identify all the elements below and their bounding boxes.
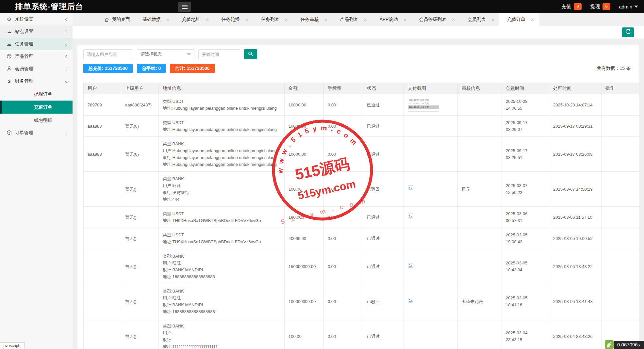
admin-user-menu[interactable]: admin [619,4,638,9]
tab-close-icon[interactable]: ✕ [452,17,455,22]
sidebar-item-1[interactable]: ☁站点设置 [0,25,73,38]
cell-created-time: 2025-03-06 00:57:31 [502,207,549,228]
tab-1[interactable]: 基础数据✕ [135,13,174,26]
cell-amount: 100000000.00 [285,284,324,319]
cell-created-time: 2025-03-05 18:41:16 [502,284,549,319]
column-header-5: 状态 [363,83,404,94]
cell-status: 已驳回 [363,172,404,207]
tab-close-icon[interactable]: ✕ [206,17,209,22]
tab-10[interactable]: 充值订单✕ [499,13,539,26]
cell-parent-user: 暂无() [121,319,159,349]
sidebar-item-0[interactable]: ⚙系统设置 [0,13,73,25]
cell-address-info: 类型:USDT地址:Hubungi layanan pelanggan onli… [159,116,285,137]
cell-fee: 0.00 [324,228,363,249]
cell-created-time: 2025-03-07 12:50:22 [502,172,549,207]
broken-image-icon[interactable] [408,264,414,269]
tab-label: 会员等级列表 [419,17,446,23]
broken-image-icon[interactable] [408,187,414,192]
withdraw-notice[interactable]: 提现 0 [590,3,610,10]
stat-button-2[interactable]: 合计: 151720500 [170,64,215,73]
tab-close-icon[interactable]: ✕ [324,17,328,22]
cell-actions [602,284,639,319]
sidebar-item-3[interactable]: 产品管理 [0,50,73,63]
cell-user [84,228,121,249]
cell-address-info: 类型:BANK用户:银行:地址:1111111111111111111111 [159,319,285,349]
stat-button-0[interactable]: 总充值: 151720500 [83,64,133,73]
cell-status: 已通过 [363,228,404,249]
tab-close-icon[interactable]: ✕ [166,17,170,22]
tab-8[interactable]: 会员等级列表✕ [411,13,460,26]
sidebar-item-6[interactable]: 订单管理 [0,127,73,139]
withdraw-count-badge: 0 [603,3,610,10]
cell-user [84,172,121,207]
cell-parent-user: 暂无() [121,207,159,228]
cell-processed-time: 2025-03-04 23:43:26 [549,319,602,349]
cube-icon [6,54,12,59]
start-time-input[interactable] [198,49,240,59]
search-button[interactable] [244,49,257,59]
cell-processed-time: 2025-10-28 14:07:14 [549,94,602,116]
cell-amount: 150000000.00 [285,249,324,284]
cell-payment-screenshot [404,172,458,207]
table-row: 暂无()类型:USDT地址:TH9XHusaSa1GWBTSphBDodiLFD… [84,207,639,228]
tab-close-icon[interactable]: ✕ [531,17,534,22]
broken-image-icon[interactable] [408,299,414,304]
hamburger-menu-icon[interactable] [178,2,191,12]
tab-close-icon[interactable]: ✕ [403,17,406,22]
tab-0[interactable]: 我的桌面 [96,13,135,26]
cell-actions [602,116,639,137]
admin-username: admin [619,4,632,9]
tab-bar: 我的桌面基础数据✕充值地址✕任务轮播✕任务列表✕任务审核✕产品列表✕APP滚动✕… [73,13,644,26]
recharge-notice[interactable]: 充值 0 [561,3,582,10]
dollar-icon: $ [6,78,12,84]
total-count-label: 共有数据：15 条 [597,66,633,71]
home-icon [104,17,109,22]
sidebar-item-5[interactable]: $财务管理 [0,75,73,87]
cell-parent-user: 暂无() [121,284,159,319]
sidebar-subitem-5-2[interactable]: 钱包明细 [0,114,73,127]
tab-2[interactable]: 充值地址✕ [174,13,214,26]
cell-status: 已通过 [363,249,404,284]
cell-processed-time: 2025-09-17 08:26:08 [549,137,602,172]
sidebar-item-4[interactable]: 会员管理 [0,63,73,75]
table-row: aaa888暂无(0)类型:USDT地址:Hubungi layanan pel… [84,116,639,137]
sidebar-item-2[interactable]: ☁任务管理 [0,38,73,50]
table-row: 789789aaa888(2437)类型:USDT地址:Hubungi laya… [84,94,639,116]
tab-close-icon[interactable]: ✕ [285,17,288,22]
top-bar: 排单系统-管理后台 充值 0 提现 0 admin [0,0,644,13]
sidebar-subitem-5-1[interactable]: 充值订单 [0,101,73,114]
payment-screenshot-thumbnail[interactable]: 2021/10/24 10:00 交易2021/10/07 11:18 交易20… [408,98,439,112]
cell-amount: 100.00 [285,172,324,207]
cell-status: 已通过 [363,319,404,349]
cell-payment-screenshot [404,207,458,228]
sidebar-item-label: 订单管理 [15,130,33,136]
tab-close-icon[interactable]: ✕ [245,17,249,22]
tab-label: 产品列表 [340,17,358,23]
sidebar-subitem-5-0[interactable]: 提现订单 [0,87,73,101]
cell-processed-time: 2025-09-17 08:29:31 [549,116,602,137]
tab-4[interactable]: 任务列表✕ [253,13,293,26]
cell-payment-screenshot [404,284,458,319]
tab-7[interactable]: APP滚动✕ [372,13,411,26]
table-row: 暂无()类型:USDT地址:TH9XHusaSa1GWBTSphBDodiLFD… [84,228,639,249]
tab-9[interactable]: 会员列表✕ [460,13,499,26]
user-number-input[interactable] [83,49,133,59]
tab-close-icon[interactable]: ✕ [491,17,495,22]
stat-button-1[interactable]: 总手续: 0 [137,64,166,73]
status-select[interactable]: 请选择状态 [137,49,194,59]
column-header-10: 操作 [602,83,639,94]
sidebar-item-label: 系统设置 [15,16,33,22]
tab-close-icon[interactable]: ✕ [364,17,367,22]
cell-payment-screenshot [404,116,458,137]
cell-address-info: 类型:BANK用户:旺旺银行:BANK MANDIRI地址:1688888888… [159,249,285,284]
chevron-left-icon [65,55,69,58]
cell-actions [602,249,639,284]
tab-3[interactable]: 任务轮播✕ [214,13,253,26]
tab-6[interactable]: 产品列表✕ [332,13,372,26]
cell-created-time: 2025-03-05 19:00:42 [502,228,549,249]
refresh-button[interactable] [622,27,634,37]
tab-5[interactable]: 任务审核✕ [293,13,332,26]
cell-review-info [458,207,502,228]
broken-image-icon[interactable] [408,215,414,220]
cell-parent-user: 暂无(0) [121,137,159,172]
